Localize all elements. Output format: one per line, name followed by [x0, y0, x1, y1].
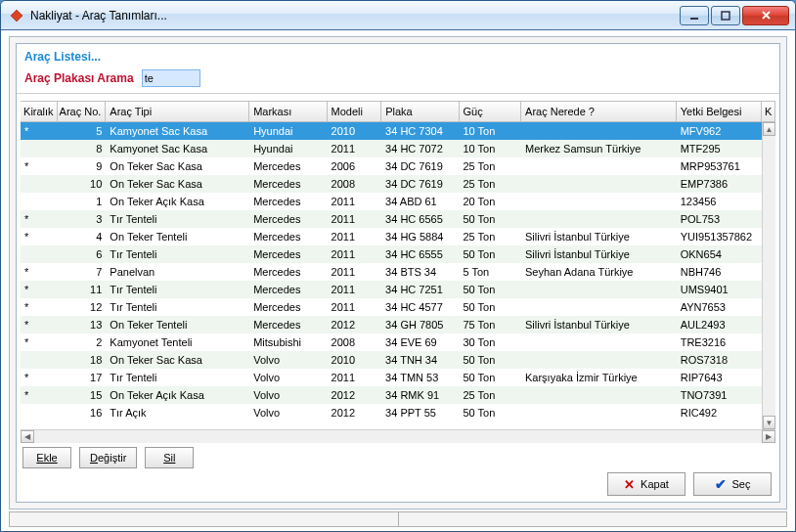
cell-model: 2006	[328, 160, 382, 172]
cell-model: 2011	[328, 372, 382, 383]
cell-model: 2008	[328, 178, 382, 190]
cell-guc: 50 Ton	[459, 213, 521, 225]
table-row[interactable]: 1On Teker Açık KasaMercedes201134 ABD 61…	[21, 193, 762, 210]
client-area: Araç Listesi... Araç Plakası Arama Kiral…	[9, 36, 787, 510]
cell-guc: 50 Ton	[459, 301, 521, 313]
cell-guc: 25 Ton	[459, 389, 521, 401]
sec-button[interactable]: ✔ Seç	[693, 472, 772, 496]
cell-guc: 50 Ton	[459, 372, 521, 383]
cell-kiralik: *	[21, 389, 58, 401]
cell-model: 2011	[328, 213, 382, 225]
grid-body[interactable]: *5Kamyonet Sac KasaHyundai201034 HC 7304…	[21, 122, 762, 429]
cell-marka: Hyundai	[249, 143, 327, 155]
table-row[interactable]: *9On Teker Sac KasaMercedes200634 DC 761…	[21, 157, 762, 175]
ekle-button[interactable]: Ekle	[22, 447, 71, 468]
cell-aracno: 2	[58, 336, 107, 348]
crud-buttons: Ekle Değiştir Sil	[22, 447, 194, 468]
cell-model: 2011	[328, 248, 382, 260]
table-row[interactable]: 10On Teker Sac KasaMercedes200834 DC 761…	[21, 175, 762, 193]
cell-yetki: RIP7643	[677, 372, 762, 383]
cell-yetki: 123456	[677, 196, 762, 207]
maximize-button[interactable]	[711, 6, 740, 25]
titlebar[interactable]: Nakliyat - Araç Tanımları...	[1, 1, 795, 30]
cell-tipi: Tır Tenteli	[106, 284, 249, 295]
table-row[interactable]: *7PanelvanMercedes201134 BTS 345 TonSeyh…	[21, 263, 762, 281]
table-row[interactable]: *4On Teker TenteliMercedes201134 HG 5884…	[21, 228, 762, 245]
scroll-up-icon[interactable]: ▲	[763, 122, 775, 136]
col-k[interactable]: K	[762, 102, 775, 121]
svg-rect-0	[690, 18, 698, 20]
table-row[interactable]: 18On Teker Sac KasaVolvo201034 TNH 3450 …	[21, 351, 762, 369]
cell-aracno: 16	[58, 407, 107, 419]
cell-tipi: Tır Tenteli	[106, 372, 249, 383]
table-row[interactable]: *2Kamyonet TenteliMitsubishi200834 EVE 6…	[21, 333, 762, 351]
table-row[interactable]: *15On Teker Açık KasaVolvo201234 RMK 912…	[21, 386, 762, 404]
cell-tipi: Panelvan	[106, 266, 249, 278]
table-row[interactable]: 6Tır TenteliMercedes201134 HC 655550 Ton…	[21, 245, 762, 263]
cell-model: 2011	[328, 143, 382, 155]
cell-marka: Volvo	[249, 407, 327, 419]
table-row[interactable]: 8Kamyonet Sac KasaHyundai201134 HC 70721…	[21, 140, 762, 157]
cell-model: 2012	[328, 319, 382, 331]
cell-plaka: 34 TMN 53	[381, 372, 459, 383]
col-aracno[interactable]: Araç No.	[58, 102, 107, 121]
col-model[interactable]: Modeli	[328, 102, 382, 121]
col-plaka[interactable]: Plaka	[381, 102, 459, 121]
cell-aracno: 10	[58, 178, 107, 190]
cell-plaka: 34 HC 4577	[381, 301, 459, 313]
scroll-left-icon[interactable]: ◀	[21, 430, 34, 443]
window-title: Nakliyat - Araç Tanımları...	[30, 9, 680, 22]
scroll-down-icon[interactable]: ▼	[763, 416, 775, 429]
grid-header: Kiralık Araç No. Araç Tipi Markası Model…	[21, 101, 775, 122]
table-row[interactable]: *17Tır TenteliVolvo201134 TMN 5350 TonKa…	[21, 369, 762, 386]
col-tipi[interactable]: Araç Tipi	[106, 102, 249, 121]
vehicle-grid: Kiralık Araç No. Araç Tipi Markası Model…	[21, 101, 775, 443]
cell-guc: 50 Ton	[459, 284, 521, 295]
cell-marka: Mercedes	[249, 160, 327, 172]
vertical-scrollbar[interactable]: ▲ ▼	[762, 122, 775, 429]
degistir-button[interactable]: Değiştir	[79, 447, 137, 468]
footer-buttons: ✕ Kapat ✔ Seç	[607, 472, 772, 496]
cell-yetki: NBH746	[677, 266, 762, 278]
table-row[interactable]: *5Kamyonet Sac KasaHyundai201034 HC 7304…	[21, 122, 762, 140]
table-row[interactable]: *13On Teker TenteliMercedes201234 GH 780…	[21, 316, 762, 333]
cell-marka: Mitsubishi	[249, 336, 327, 348]
cell-guc: 5 Ton	[459, 266, 521, 278]
cell-plaka: 34 HC 7072	[381, 143, 459, 155]
scroll-right-icon[interactable]: ▶	[762, 430, 775, 443]
search-row: Araç Plakası Arama	[17, 66, 779, 94]
cell-marka: Mercedes	[249, 266, 327, 278]
cell-aracno: 18	[58, 354, 107, 366]
cell-nerede: Seyhan Adana Türkiye	[521, 266, 677, 278]
cell-guc: 20 Ton	[459, 196, 521, 207]
list-title: Araç Listesi...	[17, 44, 779, 66]
close-button[interactable]	[742, 6, 789, 25]
cell-kiralik: *	[21, 125, 58, 137]
table-row[interactable]: *11Tır TenteliMercedes201134 HC 725150 T…	[21, 281, 762, 298]
table-row[interactable]: *12Tır TenteliMercedes201134 HC 457750 T…	[21, 298, 762, 316]
cell-guc: 10 Ton	[459, 125, 521, 137]
table-row[interactable]: *3Tır TenteliMercedes201134 HC 656550 To…	[21, 210, 762, 228]
cell-model: 2010	[328, 125, 382, 137]
col-kiralik[interactable]: Kiralık	[21, 102, 58, 121]
cell-tipi: On Teker Tenteli	[106, 231, 249, 243]
col-marka[interactable]: Markası	[249, 102, 327, 121]
cell-plaka: 34 HC 6555	[381, 248, 459, 260]
cell-tipi: Tır Tenteli	[106, 301, 249, 313]
cell-marka: Volvo	[249, 372, 327, 383]
col-guc[interactable]: Güç	[460, 102, 522, 121]
col-yetki[interactable]: Yetki Belgesi	[677, 102, 762, 121]
cell-tipi: Tır Açık	[106, 407, 249, 419]
cell-marka: Mercedes	[249, 319, 327, 331]
col-nerede[interactable]: Araç Nerede ?	[521, 102, 677, 121]
minimize-button[interactable]	[680, 6, 709, 25]
sil-button[interactable]: Sil	[145, 447, 194, 468]
cell-kiralik: *	[21, 213, 58, 225]
cell-tipi: On Teker Açık Kasa	[106, 389, 249, 401]
cell-aracno: 3	[58, 213, 107, 225]
table-row[interactable]: 16Tır AçıkVolvo201234 PPT 5550 TonRIC492	[21, 404, 762, 421]
search-input[interactable]	[142, 69, 200, 87]
cell-guc: 50 Ton	[459, 248, 521, 260]
horizontal-scrollbar[interactable]: ◀ ▶	[21, 429, 775, 443]
kapat-button[interactable]: ✕ Kapat	[607, 472, 685, 496]
